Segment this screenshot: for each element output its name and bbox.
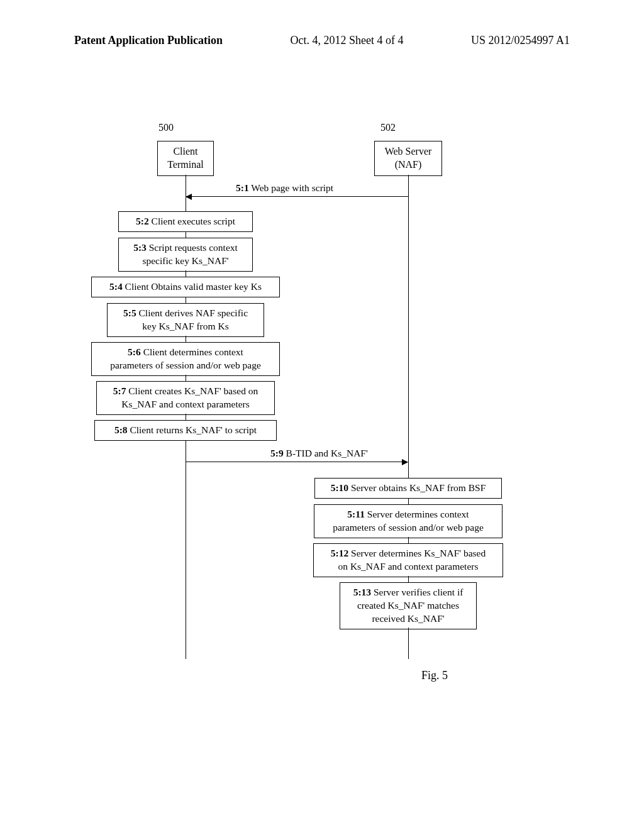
step-5-7-box: 5:7 Client creates Ks_NAF' based on Ks_N… xyxy=(96,381,275,415)
step-5-10-box: 5:10 Server obtains Ks_NAF from BSF xyxy=(314,478,502,499)
arrow-5-1 xyxy=(186,196,408,197)
step-5-2-text: Client executes script xyxy=(149,216,235,226)
step-5-7-text-b: Ks_NAF and context parameters xyxy=(121,399,250,409)
msg-5-9-label: 5:9 B-TID and Ks_NAF' xyxy=(270,448,368,459)
step-5-11-num: 5:11 xyxy=(347,509,365,519)
conn-5-10-5-11 xyxy=(408,498,409,504)
conn-5-11-5-12 xyxy=(408,537,409,543)
step-5-8-num: 5:8 xyxy=(114,424,128,435)
step-5-4-num: 5:4 xyxy=(109,281,123,292)
step-5-8-text: Client returns Ks_NAF' to script xyxy=(128,424,257,435)
conn-5-3-5-4 xyxy=(186,270,186,277)
step-5-7-num: 5:7 xyxy=(113,385,126,396)
server-line2: (NAF) xyxy=(395,159,422,170)
step-5-13-text-a: Server verifies client if xyxy=(371,587,463,597)
msg-5-1-label: 5:1 Web page with script xyxy=(236,182,333,194)
step-5-13-num: 5:13 xyxy=(353,587,371,597)
header-left: Patent Application Publication xyxy=(74,34,223,47)
step-5-11-box: 5:11 Server determines context parameter… xyxy=(314,504,502,538)
step-5-2-box: 5:2 Client executes script xyxy=(118,211,253,232)
step-5-6-text-b: parameters of session and/or web page xyxy=(110,360,261,370)
msg-5-9-text: B-TID and Ks_NAF' xyxy=(284,448,368,458)
step-5-4-box: 5:4 Client Obtains valid master key Ks xyxy=(91,277,280,297)
step-5-3-text-a: Script requests context xyxy=(147,242,238,253)
step-5-7-text-a: Client creates Ks_NAF' based on xyxy=(126,385,258,396)
server-participant-box: Web Server (NAF) xyxy=(374,141,442,176)
step-5-12-num: 5:12 xyxy=(331,548,348,558)
figure-caption: Fig. 5 xyxy=(421,669,448,682)
client-participant-box: Client Terminal xyxy=(157,141,214,176)
step-5-2-num: 5:2 xyxy=(136,216,149,226)
server-line1: Web Server xyxy=(385,146,432,157)
step-5-8-box: 5:8 Client returns Ks_NAF' to script xyxy=(94,420,277,441)
step-5-5-text-a: Client derives NAF specific xyxy=(136,307,248,318)
step-5-4-text: Client Obtains valid master key Ks xyxy=(123,281,262,292)
msg-5-1-text: Web page with script xyxy=(249,182,334,193)
step-5-12-text-a: Server determines Ks_NAF' based xyxy=(348,548,486,558)
step-5-6-text-a: Client determines context xyxy=(141,346,243,357)
client-line2: Terminal xyxy=(167,159,204,170)
step-5-3-box: 5:3 Script requests context specific key… xyxy=(118,238,253,272)
step-5-10-num: 5:10 xyxy=(331,482,348,493)
conn-5-6-5-7 xyxy=(186,375,186,381)
step-5-13-text-b: created Ks_NAF' matches xyxy=(357,600,459,611)
page-header: Patent Application Publication Oct. 4, 2… xyxy=(0,34,644,47)
step-5-13-box: 5:13 Server verifies client if created K… xyxy=(340,582,477,629)
msg-5-9-num: 5:9 xyxy=(270,448,284,458)
conn-5-12-5-13 xyxy=(408,576,409,582)
conn-5-7-5-8 xyxy=(186,414,186,420)
step-5-12-box: 5:12 Server determines Ks_NAF' based on … xyxy=(313,543,503,577)
step-5-5-num: 5:5 xyxy=(123,307,136,318)
msg-5-1-num: 5:1 xyxy=(236,182,249,193)
step-5-3-text-b: specific key Ks_NAF' xyxy=(142,255,228,266)
step-5-10-text: Server obtains Ks_NAF from BSF xyxy=(348,482,486,493)
step-5-3-num: 5:3 xyxy=(133,242,147,253)
server-ref-label: 502 xyxy=(380,122,396,133)
header-right: US 2012/0254997 A1 xyxy=(471,34,570,47)
client-line1: Client xyxy=(173,146,197,157)
client-ref-label: 500 xyxy=(158,122,174,133)
conn-5-2-5-3 xyxy=(186,231,186,238)
step-5-6-box: 5:6 Client determines context parameters… xyxy=(91,342,280,376)
step-5-5-text-b: key Ks_NAF from Ks xyxy=(142,321,228,331)
conn-5-13-end xyxy=(408,628,409,636)
step-5-11-text-a: Server determines context xyxy=(365,509,469,519)
arrow-5-9 xyxy=(186,462,408,462)
step-5-11-text-b: parameters of session and/or web page xyxy=(333,522,484,533)
conn-5-5-5-6 xyxy=(186,336,186,342)
header-center: Oct. 4, 2012 Sheet 4 of 4 xyxy=(291,34,404,47)
conn-5-4-5-5 xyxy=(186,297,186,303)
step-5-12-text-b: on Ks_NAF and context parameters xyxy=(338,561,479,572)
step-5-13-text-c: received Ks_NAF' xyxy=(372,613,444,624)
sequence-diagram: 500 ⏝ Client Terminal 502 ⏝ Web Server (… xyxy=(0,113,644,667)
step-5-6-num: 5:6 xyxy=(128,346,141,357)
step-5-5-box: 5:5 Client derives NAF specific key Ks_N… xyxy=(107,303,264,337)
